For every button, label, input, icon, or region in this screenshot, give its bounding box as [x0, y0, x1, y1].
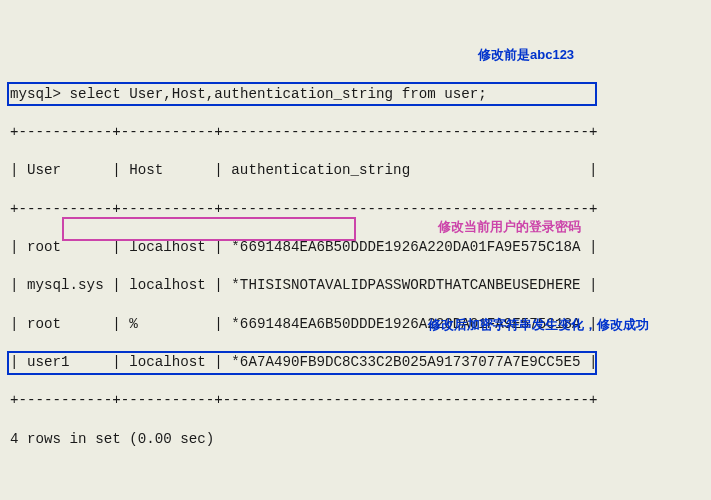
table-row: | root | localhost | *6691484EA6B50DDDE1…: [10, 238, 701, 257]
annotation-setpw: 修改当前用户的登录密码: [438, 218, 581, 236]
annotation-before: 修改前是abc123: [478, 46, 574, 64]
table-row: | mysql.sys | localhost | *THISISNOTAVAL…: [10, 276, 701, 295]
query-line-1: mysql> select User,Host,authentication_s…: [10, 85, 701, 104]
table-sep: +-----------+-----------+---------------…: [10, 200, 701, 219]
table-header: | User | Host | authentication_string |: [10, 161, 701, 180]
table-sep: +-----------+-----------+---------------…: [10, 391, 701, 410]
annotation-after: 修改后加密字符串发生变化，修改成功: [428, 316, 649, 334]
blank-line: [10, 468, 701, 487]
table-sep: +-----------+-----------+---------------…: [10, 123, 701, 142]
result-rows: 4 rows in set (0.00 sec): [10, 430, 701, 449]
table-row: | user1 | localhost | *6A7A490FB9DC8C33C…: [10, 353, 701, 372]
